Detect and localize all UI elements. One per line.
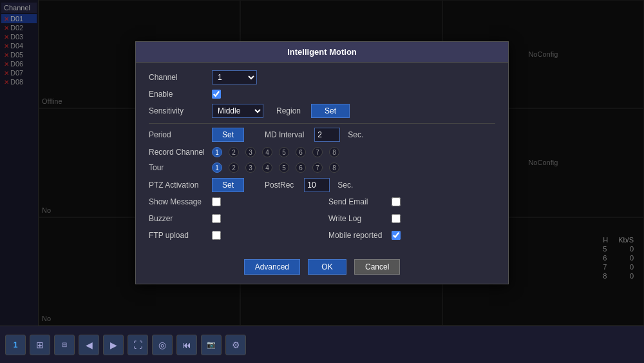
cancel-button[interactable]: Cancel: [354, 259, 400, 275]
ptz-btn[interactable]: ◎: [152, 335, 173, 355]
record-channel-label: Record Channel: [149, 148, 207, 157]
enable-label: Enable: [149, 90, 207, 99]
ptz-icon: ◎: [158, 340, 166, 350]
period-label: Period: [149, 130, 207, 139]
ptz-label: PTZ Activation: [149, 181, 207, 190]
tour-row: Tour 1 2 3 4 5 6 7 8: [149, 162, 495, 173]
checkbox-section: Show Message Send Email Buzzer Write Log…: [149, 197, 495, 245]
buzzer-label: Buzzer: [149, 214, 207, 223]
postrec-unit: Sec.: [337, 181, 353, 190]
record-ch-2[interactable]: 2: [229, 147, 239, 157]
ftp-upload-checkbox[interactable]: [212, 231, 221, 240]
mobile-reported-row: Mobile reported: [328, 231, 495, 240]
camera-icon: 📷: [207, 340, 216, 349]
dialog-body: Channel 1 2 3 4 Enable Sensitivity Low M…: [136, 63, 508, 253]
record-channel-row: Record Channel 1 2 3 4 5 6 7 8: [149, 147, 495, 157]
fullscreen-icon: ⛶: [133, 340, 142, 350]
record-ch-1[interactable]: 1: [212, 147, 222, 157]
enable-row: Enable: [149, 90, 495, 99]
dialog-title: Intelligent Motion: [136, 42, 508, 63]
ok-button[interactable]: OK: [308, 259, 346, 275]
tour-ch-8[interactable]: 8: [329, 162, 339, 173]
settings-btn[interactable]: ⚙: [225, 335, 246, 355]
channel-row: Channel 1 2 3 4: [149, 70, 495, 84]
postrec-input[interactable]: [304, 178, 330, 192]
playback-btn[interactable]: ⏮: [176, 335, 197, 355]
show-message-label: Show Message: [149, 197, 207, 206]
intelligent-motion-dialog: Intelligent Motion Channel 1 2 3 4 Enabl…: [135, 41, 509, 284]
sensitivity-row: Sensitivity Low Middle High Region Set: [149, 104, 495, 118]
write-log-checkbox[interactable]: [392, 214, 401, 223]
tour-ch-7[interactable]: 7: [312, 162, 323, 173]
md-interval-unit: Sec.: [348, 130, 363, 139]
dialog-overlay: Intelligent Motion Channel 1 2 3 4 Enabl…: [0, 0, 644, 326]
channel-label: Channel: [149, 73, 207, 82]
ptz-row: PTZ Activation Set PostRec Sec.: [149, 178, 495, 192]
tour-ch-5[interactable]: 5: [279, 162, 289, 173]
show-message-row: Show Message: [149, 197, 316, 206]
tour-ch-2[interactable]: 2: [229, 162, 239, 173]
dialog-footer: Advanced OK Cancel: [136, 253, 508, 284]
record-ch-7[interactable]: 7: [312, 147, 323, 157]
send-email-label: Send Email: [328, 197, 386, 206]
grid4-icon: ⊞: [36, 340, 44, 350]
tour-ch-3[interactable]: 3: [245, 162, 256, 173]
enable-checkbox[interactable]: [212, 90, 221, 99]
ftp-upload-row: FTP upload: [149, 231, 316, 240]
prev-icon: ◀: [86, 340, 93, 350]
show-message-checkbox[interactable]: [212, 197, 221, 206]
channel-select[interactable]: 1 2 3 4: [212, 70, 257, 84]
next-icon: ▶: [110, 340, 117, 350]
ftp-upload-label: FTP upload: [149, 231, 207, 240]
ptz-set-button[interactable]: Set: [212, 178, 244, 192]
playback-icon: ⏮: [182, 340, 191, 350]
tour-ch-4[interactable]: 4: [262, 162, 272, 173]
md-interval-label: MD Interval: [265, 130, 304, 139]
buzzer-checkbox[interactable]: [212, 214, 221, 223]
period-row: Period Set MD Interval Sec.: [149, 128, 495, 142]
grid-9-btn[interactable]: ⊟: [54, 335, 75, 355]
record-ch-3[interactable]: 3: [245, 147, 256, 157]
prev-btn[interactable]: ◀: [79, 335, 99, 355]
write-log-row: Write Log: [328, 214, 495, 223]
bottom-toolbar: 1 ⊞ ⊟ ◀ ▶ ⛶ ◎ ⏮ 📷 ⚙: [0, 326, 644, 363]
sensitivity-label: Sensitivity: [149, 106, 207, 115]
tour-label: Tour: [149, 163, 207, 172]
mobile-reported-label: Mobile reported: [328, 231, 386, 240]
live-icon: 1: [14, 340, 18, 349]
period-set-button[interactable]: Set: [212, 128, 244, 142]
settings-icon: ⚙: [232, 340, 240, 350]
camera-btn[interactable]: 📷: [201, 335, 222, 355]
fullscreen-btn[interactable]: ⛶: [128, 335, 148, 355]
mobile-reported-checkbox[interactable]: [392, 231, 401, 240]
send-email-checkbox[interactable]: [392, 197, 401, 206]
grid-4-btn[interactable]: ⊞: [30, 335, 50, 355]
write-log-label: Write Log: [328, 214, 386, 223]
live-btn[interactable]: 1: [5, 335, 26, 355]
grid9-icon: ⊟: [62, 341, 67, 348]
next-btn[interactable]: ▶: [103, 335, 124, 355]
record-ch-4[interactable]: 4: [262, 147, 272, 157]
region-label: Region: [276, 106, 301, 115]
tour-ch-1[interactable]: 1: [212, 162, 222, 173]
md-interval-input[interactable]: [314, 128, 340, 142]
postrec-label: PostRec: [265, 181, 294, 190]
record-ch-8[interactable]: 8: [329, 147, 339, 157]
buzzer-row: Buzzer: [149, 214, 316, 223]
advanced-button[interactable]: Advanced: [244, 259, 300, 275]
tour-ch-6[interactable]: 6: [296, 162, 306, 173]
send-email-row: Send Email: [328, 197, 495, 206]
sensitivity-select[interactable]: Low Middle High: [212, 104, 263, 118]
region-set-button[interactable]: Set: [311, 104, 350, 118]
record-ch-5[interactable]: 5: [279, 147, 289, 157]
record-ch-6[interactable]: 6: [296, 147, 306, 157]
